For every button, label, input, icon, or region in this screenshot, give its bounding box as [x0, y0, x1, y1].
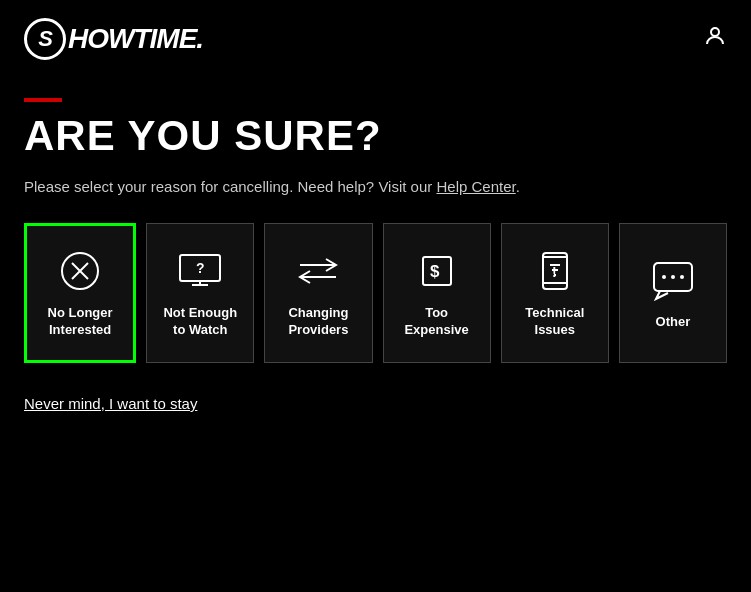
svg-point-22	[680, 275, 684, 279]
phone-error-icon: !	[529, 251, 581, 291]
reason-cards: No LongerInterested ? Not Enoughto Watch	[24, 223, 727, 363]
card-label-not-enough-to-watch: Not Enoughto Watch	[163, 305, 237, 339]
header: SHOWTIME.	[0, 0, 751, 78]
subtitle: Please select your reason for cancelling…	[24, 178, 727, 195]
card-label-too-expensive: TooExpensive	[404, 305, 468, 339]
card-label-no-longer-interested: No LongerInterested	[48, 305, 113, 339]
card-technical-issues[interactable]: ! TechnicalIssues	[501, 223, 609, 363]
svg-point-21	[671, 275, 675, 279]
logo[interactable]: SHOWTIME.	[24, 18, 203, 60]
chat-dots-icon	[647, 260, 699, 300]
svg-point-0	[711, 28, 719, 36]
page-title: ARE YOU SURE?	[24, 112, 727, 160]
card-not-enough-to-watch[interactable]: ? Not Enoughto Watch	[146, 223, 254, 363]
user-icon[interactable]	[703, 24, 727, 54]
never-mind-section: Never mind, I want to stay	[24, 395, 727, 413]
logo-s-circle: S	[24, 18, 66, 60]
svg-text:?: ?	[196, 260, 205, 276]
card-changing-providers[interactable]: ChangingProviders	[264, 223, 372, 363]
card-label-changing-providers: ChangingProviders	[288, 305, 348, 339]
never-mind-link[interactable]: Never mind, I want to stay	[24, 395, 197, 412]
monitor-question-icon: ?	[174, 251, 226, 291]
card-label-other: Other	[656, 314, 691, 331]
logo-text: SHOWTIME.	[24, 18, 203, 60]
arrows-lr-icon	[292, 251, 344, 291]
svg-text:!: !	[552, 264, 557, 280]
dollar-sign-icon: $	[411, 251, 463, 291]
x-circle-icon	[54, 251, 106, 291]
red-accent-bar	[24, 98, 62, 102]
svg-point-20	[662, 275, 666, 279]
svg-text:$: $	[430, 262, 440, 281]
card-too-expensive[interactable]: $ TooExpensive	[383, 223, 491, 363]
help-center-link[interactable]: Help Center	[436, 178, 515, 195]
main-content: ARE YOU SURE? Please select your reason …	[0, 78, 751, 453]
card-label-technical-issues: TechnicalIssues	[525, 305, 584, 339]
card-no-longer-interested[interactable]: No LongerInterested	[24, 223, 136, 363]
card-other[interactable]: Other	[619, 223, 727, 363]
